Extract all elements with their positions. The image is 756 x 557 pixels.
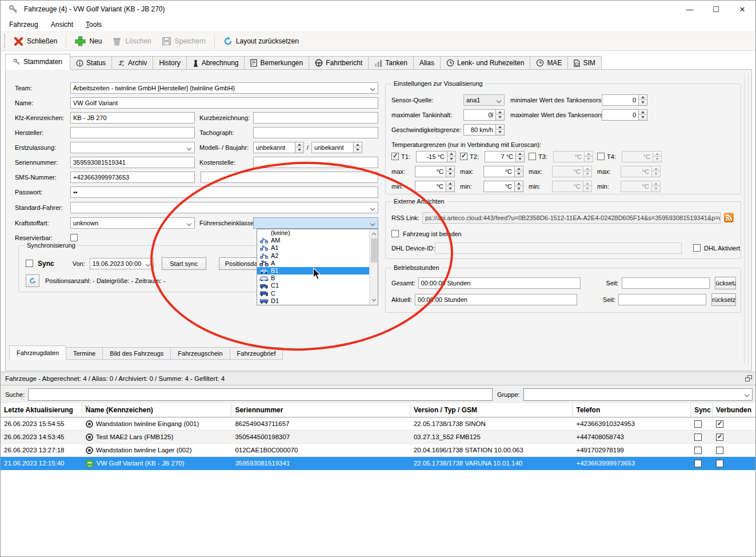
header-telefon[interactable]: Telefon — [573, 403, 691, 417]
t1-checkbox[interactable] — [391, 153, 399, 160]
t4-checkbox[interactable] — [597, 153, 605, 160]
tab-sim[interactable]: SIM — [567, 56, 601, 70]
gesamt-reset-button[interactable]: Zurücksetzen — [715, 277, 736, 289]
tab-abrechnung[interactable]: Abrechnung — [186, 56, 245, 70]
gesamt-seit-field[interactable] — [622, 277, 710, 289]
tab-history[interactable]: History — [153, 56, 186, 70]
subtab-fahrzeugdaten[interactable]: Fahrzeugdaten — [9, 345, 66, 360]
header-letzte-aktualisierung[interactable]: Letzte Aktualisierung — [1, 403, 82, 417]
spin-down[interactable] — [496, 129, 504, 135]
panel-splitter[interactable] — [744, 73, 749, 365]
tab-status[interactable]: Status — [70, 56, 112, 70]
verbunden-checkbox[interactable] — [716, 420, 723, 428]
float-window-icon[interactable] — [745, 375, 752, 381]
spin-up[interactable] — [496, 125, 504, 130]
sync-checkbox[interactable] — [694, 420, 702, 428]
spin-down[interactable] — [354, 147, 362, 153]
close-window-button[interactable]: ✕ — [729, 1, 755, 18]
geschwindigkeitsgrenze-spinner[interactable]: 80 km/h — [463, 124, 505, 136]
spin-up[interactable] — [639, 95, 647, 100]
aktuell-field[interactable]: 00:00:00 Stunden — [415, 294, 577, 305]
spin-up[interactable] — [295, 142, 303, 148]
menu-tools[interactable]: Tools — [79, 18, 108, 31]
toolbar-grip[interactable] — [4, 34, 6, 48]
spin-up[interactable] — [354, 142, 362, 148]
t4-min-spinner[interactable]: °C — [621, 181, 661, 192]
verbunden-checkbox[interactable] — [716, 460, 723, 467]
sensor-quelle-combobox[interactable]: ana1 — [463, 94, 505, 106]
spin-up[interactable] — [639, 110, 647, 115]
team-combobox[interactable]: Arbeitszeiten - twinline GmbH [Herstelle… — [70, 82, 378, 94]
t4-spinner[interactable]: °C — [622, 151, 662, 162]
subtab-bild[interactable]: Bild des Fahrzeugs — [102, 347, 171, 360]
header-sync[interactable]: Sync — [691, 403, 713, 417]
positions-refresh-button[interactable] — [26, 274, 39, 287]
verbunden-checkbox[interactable] — [716, 433, 723, 441]
t2-spinner[interactable]: 7 °C — [485, 151, 525, 162]
max-tankinhalt-spinner[interactable]: 0l — [463, 109, 505, 121]
minimize-button[interactable]: — — [677, 1, 703, 18]
close-button[interactable]: Schließen — [9, 35, 62, 48]
header-name[interactable]: Name (Kennzeichen) — [82, 403, 232, 417]
header-verbunden[interactable]: Verbunden — [713, 403, 755, 417]
reservierbar-checkbox[interactable] — [70, 234, 78, 241]
t3-checkbox[interactable] — [529, 153, 536, 160]
name-input[interactable]: VW Golf Variant — [70, 97, 378, 109]
save-button[interactable]: Speichern — [157, 34, 211, 48]
sync-checkbox[interactable] — [694, 460, 702, 467]
tab-lenk-ruhezeiten[interactable]: Lenk- und Ruhezeiten — [440, 56, 530, 70]
verbunden-checkbox[interactable] — [716, 447, 723, 454]
search-input[interactable] — [28, 388, 493, 401]
modelljahr-spinner[interactable]: unbekannt — [253, 142, 304, 153]
t2-min-spinner[interactable]: °C — [483, 181, 523, 192]
spin-down[interactable] — [639, 114, 647, 120]
t1-spinner[interactable]: -15 °C — [416, 151, 456, 162]
sync-checkbox[interactable] — [26, 260, 33, 267]
header-version[interactable]: Version / Typ / GSM — [410, 403, 573, 417]
tab-archiv[interactable]: Archiv — [111, 56, 153, 70]
maximize-button[interactable]: ☐ — [703, 1, 729, 18]
layout-reset-button[interactable]: Layout zurücksetzen — [218, 34, 304, 48]
hersteller-input[interactable] — [70, 127, 195, 138]
dhl-aktiviert-checkbox[interactable] — [693, 244, 701, 252]
rss-icon[interactable] — [724, 213, 734, 222]
gruppe-combobox[interactable] — [523, 388, 753, 401]
tab-fahrtbericht[interactable]: Fahrtbericht — [309, 56, 369, 70]
t3-spinner[interactable]: °C — [553, 151, 593, 162]
header-seriennummer[interactable]: Seriennummer — [231, 403, 410, 417]
table-row[interactable]: 26.06.2023 15:54:55 Wandstation twinline… — [1, 417, 755, 431]
table-row[interactable]: 26.06.2023 13:27:18 Wandstation twinline… — [1, 444, 755, 457]
subtab-termine[interactable]: Termine — [66, 347, 103, 360]
kurzbezeichnung-input[interactable] — [253, 112, 378, 124]
t4-max-spinner[interactable]: °C — [621, 166, 661, 177]
aktuell-seit-field[interactable] — [618, 294, 706, 305]
tab-alias[interactable]: Alias — [413, 56, 441, 70]
rss-link-field[interactable]: ps://api.arteco.cloud:443/feed?u=0B2358D… — [422, 212, 721, 224]
spin-up[interactable] — [496, 110, 504, 115]
sync-checkbox[interactable] — [694, 433, 702, 441]
t3-min-spinner[interactable]: °C — [552, 181, 592, 192]
t2-max-spinner[interactable]: °C — [483, 166, 523, 177]
menu-ansicht[interactable]: Ansicht — [45, 18, 79, 31]
tab-mae[interactable]: MAE — [530, 56, 568, 70]
spin-down[interactable] — [639, 100, 647, 105]
new-button[interactable]: Neu — [70, 34, 107, 49]
aktuell-reset-button[interactable]: Zurücksetzen — [711, 293, 736, 306]
sync-von-combobox[interactable]: 19.06.2023 00:00 — [90, 258, 154, 269]
max-tanksensor-spinner[interactable]: 0 — [602, 109, 647, 121]
menu-fahrzeug[interactable]: Fahrzeug — [3, 18, 45, 31]
subtab-fahrzeugschein[interactable]: Fahrzeugschein — [170, 347, 230, 360]
t3-max-spinner[interactable]: °C — [552, 166, 592, 177]
delete-button[interactable]: Löschen — [107, 34, 156, 48]
t1-max-spinner[interactable]: °C — [415, 166, 455, 177]
baujahr-spinner[interactable]: unbekannt — [311, 142, 362, 153]
t1-min-spinner[interactable]: °C — [415, 181, 455, 192]
tab-stammdaten[interactable]: Stammdaten — [5, 54, 70, 70]
min-tanksensor-spinner[interactable]: 0 — [602, 94, 647, 106]
spin-down[interactable] — [295, 147, 303, 153]
erstzulassung-combobox[interactable] — [70, 142, 195, 153]
seriennummer-input[interactable]: 359593081519341 — [70, 157, 195, 168]
dhl-device-id-field[interactable] — [435, 242, 682, 254]
kennzeichen-input[interactable]: KB - JB 270 — [70, 112, 195, 124]
spin-down[interactable] — [496, 114, 504, 120]
